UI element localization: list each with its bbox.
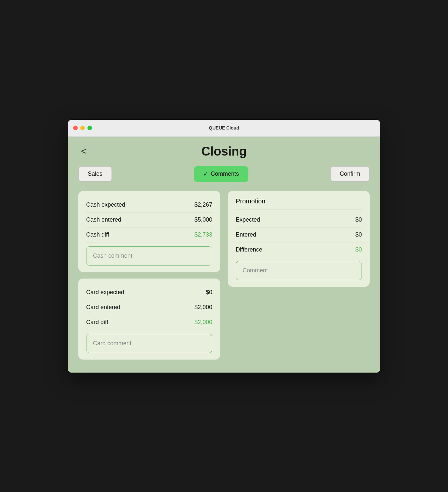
promotion-expected-label: Expected xyxy=(236,216,260,223)
page-header: < Closing xyxy=(78,144,370,158)
titlebar-title: QUEUE Cloud xyxy=(209,125,239,130)
promotion-title: Promotion xyxy=(236,198,362,210)
comments-button[interactable]: ✓ Comments xyxy=(194,166,248,182)
cash-expected-label: Cash expected xyxy=(86,201,125,208)
card-expected-row: Card expected $0 xyxy=(86,285,212,300)
page-title: Closing xyxy=(201,144,246,158)
maximize-button[interactable] xyxy=(87,126,92,130)
toolbar: Sales ✓ Comments Confirm xyxy=(78,166,370,182)
cash-card: Cash expected $2,267 Cash entered $5,000… xyxy=(78,191,220,272)
cash-expected-row: Cash expected $2,267 xyxy=(86,198,212,212)
card-diff-label: Card diff xyxy=(86,319,108,326)
promotion-entered-label: Entered xyxy=(236,231,256,238)
card-comment-placeholder: Card comment xyxy=(93,340,131,347)
app-window: QUEUE Cloud < Closing Sales ✓ Comments C… xyxy=(68,120,380,373)
promotion-card: Promotion Expected $0 Entered $0 Differe… xyxy=(228,191,370,287)
promotion-entered-value: $0 xyxy=(355,231,362,238)
cash-entered-value: $5,000 xyxy=(194,216,212,223)
card-diff-row: Card diff $2,000 xyxy=(86,315,212,330)
comments-label: Comments xyxy=(211,171,239,177)
cash-entered-label: Cash entered xyxy=(86,216,121,223)
promotion-comment-placeholder: Comment xyxy=(243,267,268,274)
promotion-difference-row: Difference $0 xyxy=(236,242,362,257)
card-diff-value: $2,000 xyxy=(194,319,212,326)
right-panel: Promotion Expected $0 Entered $0 Differe… xyxy=(228,191,370,360)
back-button[interactable]: < xyxy=(78,145,89,157)
left-panel: Cash expected $2,267 Cash entered $5,000… xyxy=(78,191,220,360)
traffic-lights xyxy=(73,126,92,130)
promotion-difference-value: $0 xyxy=(355,246,362,253)
promotion-expected-row: Expected $0 xyxy=(236,212,362,227)
cash-entered-row: Cash entered $5,000 xyxy=(86,212,212,227)
card-entered-label: Card entered xyxy=(86,304,120,311)
cash-comment-placeholder: Cash comment xyxy=(93,253,132,259)
promotion-difference-label: Difference xyxy=(236,246,262,253)
promotion-comment-box[interactable]: Comment xyxy=(236,261,362,280)
card-card: Card expected $0 Card entered $2,000 Car… xyxy=(78,279,220,360)
card-entered-value: $2,000 xyxy=(194,304,212,311)
card-expected-label: Card expected xyxy=(86,289,124,296)
cash-expected-value: $2,267 xyxy=(194,201,212,208)
sales-button[interactable]: Sales xyxy=(78,166,112,182)
promotion-expected-value: $0 xyxy=(355,216,362,223)
cash-diff-row: Cash diff $2,733 xyxy=(86,227,212,242)
titlebar: QUEUE Cloud xyxy=(68,120,380,137)
confirm-button[interactable]: Confirm xyxy=(330,166,370,182)
promotion-entered-row: Entered $0 xyxy=(236,227,362,242)
checkmark-icon: ✓ xyxy=(203,171,208,178)
card-comment-box[interactable]: Card comment xyxy=(86,334,212,353)
card-entered-row: Card entered $2,000 xyxy=(86,300,212,315)
minimize-button[interactable] xyxy=(80,126,85,130)
main-content: Cash expected $2,267 Cash entered $5,000… xyxy=(78,191,370,360)
app-body: < Closing Sales ✓ Comments Confirm Cash … xyxy=(68,137,380,373)
close-button[interactable] xyxy=(73,126,78,130)
cash-diff-label: Cash diff xyxy=(86,231,109,238)
card-expected-value: $0 xyxy=(206,289,212,296)
cash-comment-box[interactable]: Cash comment xyxy=(86,246,212,266)
cash-diff-value: $2,733 xyxy=(194,231,212,238)
promotion-rows: Expected $0 Entered $0 Difference $0 xyxy=(236,212,362,257)
